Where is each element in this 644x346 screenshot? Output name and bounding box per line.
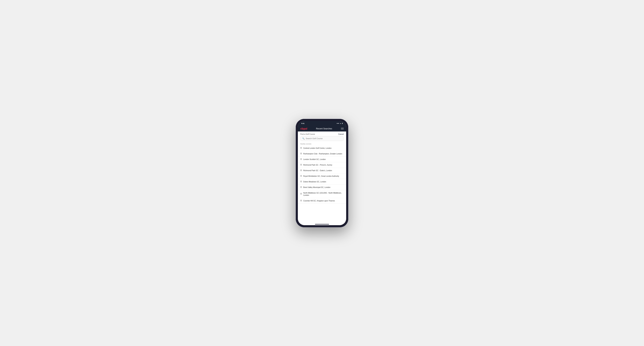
list-item[interactable]: North Middlesex GC (1011942 - North Midd… (298, 190, 346, 198)
status-time: 9:41 (301, 123, 304, 124)
course-list: Central London Golf Centre, London Roeha… (298, 146, 346, 223)
wifi-icon: ▲ (340, 123, 341, 124)
battery-icon: ▮ (342, 123, 343, 124)
status-icons: ●●● ▲ ▮ (337, 123, 343, 124)
location-pin-icon (300, 180, 302, 183)
status-bar: 9:41 ●●● ▲ ▮ (298, 121, 346, 126)
location-pin-icon (300, 164, 302, 166)
nav-bar: clippd Recent Searches (298, 126, 346, 132)
location-pin-icon (300, 158, 302, 161)
list-item[interactable]: Royal Wimbledon GC, Great London Authori… (298, 173, 346, 179)
nearby-section-label: Nearby courses (298, 142, 346, 146)
hamburger-menu-button[interactable] (341, 128, 344, 130)
course-name: Roehampton Club - Roehampton, Greater Lo… (303, 153, 342, 155)
hamburger-line-3 (341, 129, 344, 130)
find-header: Find a Golf Course Cancel (298, 132, 346, 136)
course-name: Dukes Meadows GC, London (303, 180, 326, 183)
cancel-button[interactable]: Cancel (338, 133, 344, 135)
location-pin-icon (300, 175, 302, 177)
course-name: Royal Wimbledon GC, Great London Authori… (303, 175, 339, 177)
hamburger-line-1 (341, 128, 344, 128)
app-logo: clippd (300, 127, 307, 130)
list-item[interactable]: Central London Golf Centre, London (298, 146, 346, 151)
course-name: London Scottish GC, London (303, 158, 326, 161)
find-label: Find a Golf Course (300, 133, 315, 135)
signal-icon: ●●● (337, 123, 339, 124)
search-box[interactable]: 🔍 (300, 136, 344, 141)
nav-title: Recent Searches (316, 128, 332, 130)
list-item[interactable]: Dukes Meadows GC, London (298, 179, 346, 185)
location-pin-icon (300, 170, 302, 172)
phone-screen: 9:41 ●●● ▲ ▮ clippd Recent Searches Find… (298, 121, 346, 225)
location-pin-icon (300, 200, 302, 202)
home-indicator (298, 223, 346, 225)
phone-frame: 9:41 ●●● ▲ ▮ clippd Recent Searches Find… (296, 119, 348, 227)
search-icon: 🔍 (302, 137, 305, 140)
list-item[interactable]: Brent Valley Municipal GC, London (298, 185, 346, 190)
list-item[interactable]: Roehampton Club - Roehampton, Greater Lo… (298, 151, 346, 157)
content-area: Find a Golf Course Cancel 🔍 Nearby cours… (298, 132, 346, 223)
location-pin-icon (300, 153, 302, 155)
location-pin-icon (300, 147, 302, 149)
search-input[interactable] (306, 137, 342, 140)
course-name: Brent Valley Municipal GC, London (303, 186, 330, 188)
course-name: Richmond Park GC - Prince's, Surrey (303, 164, 332, 166)
list-item[interactable]: London Scottish GC, London (298, 157, 346, 162)
list-item[interactable]: Richmond Park GC - Duke's, London (298, 168, 346, 173)
course-name: Central London Golf Centre, London (303, 147, 332, 149)
location-pin-icon (300, 186, 302, 188)
course-name: North Middlesex GC (1011942 - North Midd… (303, 192, 344, 196)
hamburger-line-2 (341, 129, 344, 129)
list-item[interactable]: Richmond Park GC - Prince's, Surrey (298, 162, 346, 168)
course-name: Richmond Park GC - Duke's, London (303, 170, 332, 172)
home-bar (315, 224, 329, 224)
list-item[interactable]: Coombe Hill GC, Kingston upon Thames (298, 198, 346, 204)
location-pin-icon (300, 193, 302, 195)
course-name: Coombe Hill GC, Kingston upon Thames (303, 200, 335, 202)
